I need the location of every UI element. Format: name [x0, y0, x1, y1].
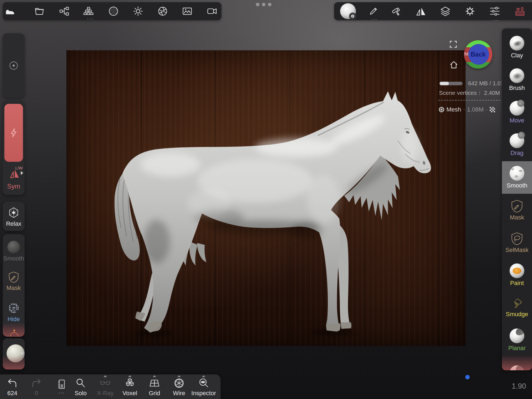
drag-tool-icon: [510, 133, 524, 148]
lighting-sun-icon[interactable]: [128, 2, 148, 20]
pressure-indicator-dot: [465, 375, 470, 379]
redo-icon: [31, 378, 42, 389]
tool-item-paint[interactable]: Paint: [502, 259, 532, 291]
tool-label: Smooth: [507, 182, 527, 189]
settings-gear-icon[interactable]: [460, 2, 480, 20]
tool-item-drag[interactable]: Drag: [502, 129, 532, 161]
mesh-label: Mesh: [446, 106, 461, 113]
mask-shield-icon: [8, 271, 20, 283]
smooth-tool-icon: [510, 166, 524, 181]
mesh-stats-row: Mesh · 1.08M ·: [439, 106, 495, 113]
material-expand-caret[interactable]: [21, 351, 24, 355]
layers-pyramid-icon[interactable]: ···: [79, 2, 98, 20]
tool-label: Move: [510, 117, 524, 124]
camera-icon[interactable]: [202, 2, 222, 20]
tool-item-mask[interactable]: Mask: [502, 194, 532, 226]
symmetry-mirror-icon[interactable]: [411, 2, 431, 20]
wire-label: Wire: [173, 390, 185, 397]
material-panel: [3, 338, 25, 369]
inspector-label: Inspector: [191, 390, 216, 397]
tool-item-flatten-partial[interactable]: [502, 356, 532, 370]
main-toolbar: ···: [3, 2, 221, 20]
tool-item-clay[interactable]: Clay: [502, 31, 532, 64]
tool-label: SelMask: [505, 247, 528, 254]
fullscreen-icon[interactable]: [449, 40, 457, 48]
mesh-wire-icon: [439, 107, 445, 113]
gizmo-icon-partial[interactable]: [9, 329, 20, 337]
tool-item-planar[interactable]: Planar: [502, 324, 532, 356]
undo-count: 624: [7, 390, 17, 397]
notebook-icon: [56, 379, 67, 389]
pencil-brush-icon[interactable]: ···: [364, 2, 383, 20]
lightning-icon: [8, 127, 19, 138]
wire-button[interactable]: Wire: [168, 374, 191, 399]
material-sphere-icon[interactable]: [338, 2, 358, 20]
tool-label: Brush: [509, 84, 525, 92]
hide-brush-button[interactable]: Hide: [3, 302, 25, 323]
nomad-logo-icon[interactable]: [0, 2, 20, 20]
solo-magnifier-icon: [75, 378, 86, 389]
folder-icon[interactable]: [30, 2, 49, 20]
zoom-value: 1.90: [508, 382, 530, 391]
scene-stats: 642 MB / 1.07 G Scene vertices： 2.40M Me…: [438, 64, 502, 116]
voxel-button[interactable]: Voxel: [118, 374, 141, 399]
symmetry-toggle[interactable]: L/W Sym: [3, 164, 25, 193]
scene-graph-icon[interactable]: [54, 2, 74, 20]
tool-label: Planar: [508, 345, 526, 352]
postprocess-aperture-icon[interactable]: [153, 2, 173, 20]
sliders-icon[interactable]: ···: [485, 2, 505, 20]
toolbox-icon[interactable]: [510, 2, 530, 20]
sym-expand-caret[interactable]: [21, 171, 23, 175]
grid-label: Grid: [149, 390, 160, 397]
smooth-brush-button[interactable]: Smooth: [3, 241, 25, 262]
mask-shield-icon: [510, 199, 524, 213]
redo-button[interactable]: 0: [25, 374, 48, 399]
move-tool-icon: [510, 101, 524, 116]
xray-button[interactable]: X-Ray: [94, 374, 117, 399]
topology-sphere-icon[interactable]: [104, 2, 123, 20]
gimbal-right-label-partial: ht: [464, 51, 468, 57]
xray-glasses-icon: [100, 378, 111, 389]
grid-button[interactable]: Grid: [143, 374, 166, 399]
tool-label: Paint: [510, 280, 524, 287]
tool-settings-toolbar: ···: [334, 2, 532, 20]
sculpt-viewport[interactable]: [66, 50, 466, 346]
inspector-button[interactable]: Inspector: [192, 374, 215, 399]
material-gear-badge: [349, 13, 356, 20]
background-image-icon[interactable]: [177, 2, 197, 20]
tool-item-selmask[interactable]: SelMask: [502, 226, 532, 259]
bottom-toolbar: 624 0 ··· Solo: [0, 374, 221, 399]
tool-label: Clay: [511, 52, 523, 59]
wireframe-icon: [174, 378, 185, 389]
window-handle-dots[interactable]: [256, 3, 271, 6]
paint-roller-icon[interactable]: [387, 2, 406, 20]
relax-panel: Relax: [3, 202, 25, 231]
smudge-hand-icon: ☞: [509, 295, 525, 312]
voxel-label: Voxel: [122, 390, 137, 397]
paint-tool-icon: [510, 263, 524, 278]
relax-brush-button[interactable]: Relax: [3, 207, 25, 227]
selmask-shield-icon: [510, 231, 524, 245]
tool-item-smooth-selected[interactable]: Smooth: [502, 161, 532, 194]
hide-label: Hide: [7, 316, 20, 323]
sym-label: Sym: [3, 183, 25, 190]
solo-button[interactable]: Solo: [69, 374, 92, 399]
quick-brush-panel: Smooth Mask: [3, 234, 25, 337]
mask-brush-button[interactable]: Mask: [3, 271, 25, 292]
stats-divider: [439, 100, 500, 101]
voxel-cubes-icon: [124, 378, 135, 389]
tool-label: Smudge: [506, 311, 528, 318]
mask-label: Mask: [7, 284, 21, 292]
tool-item-move[interactable]: Move: [502, 96, 532, 129]
xray-label: X-Ray: [97, 390, 113, 397]
tool-item-smudge[interactable]: ☞ Smudge: [502, 291, 532, 324]
dynamic-topology-button[interactable]: [4, 104, 23, 162]
tool-item-brush[interactable]: Brush: [502, 64, 532, 96]
undo-button[interactable]: 624: [1, 374, 24, 399]
relax-label: Relax: [6, 220, 21, 227]
memory-usage-text: 642 MB / 1.07 G: [468, 80, 502, 87]
more-indicator: ···: [493, 18, 499, 23]
radial-symmetry-toggle[interactable]: [10, 61, 18, 70]
layers-stack-icon[interactable]: [435, 2, 455, 20]
horse-model[interactable]: [66, 50, 466, 346]
